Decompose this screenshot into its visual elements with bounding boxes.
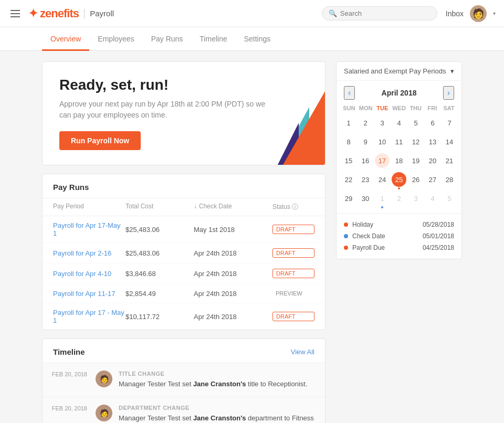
calendar-prev-button[interactable]: ‹ bbox=[344, 86, 355, 100]
calendar-cell[interactable]: 7 bbox=[442, 115, 457, 133]
calendar-cell[interactable]: 3 bbox=[408, 191, 424, 209]
calendar-cell[interactable]: 28 bbox=[442, 172, 457, 190]
calendar-cell[interactable]: 22 bbox=[341, 172, 356, 190]
calendar-day[interactable]: 1 bbox=[341, 115, 356, 130]
calendar-cell[interactable]: 11 bbox=[391, 134, 407, 152]
chevron-down-icon[interactable]: ▾ bbox=[493, 10, 496, 16]
calendar-day[interactable]: 10 bbox=[375, 134, 390, 149]
calendar-day[interactable]: 21 bbox=[442, 153, 457, 168]
hamburger-menu[interactable] bbox=[8, 8, 22, 19]
calendar-cell[interactable]: 8 bbox=[341, 134, 356, 152]
payroll-link[interactable]: Payroll for Apr 2-16 bbox=[53, 249, 125, 257]
calendar-cell[interactable]: 13 bbox=[425, 134, 440, 152]
calendar-cell[interactable]: 29 bbox=[341, 191, 356, 209]
calendar-day[interactable]: 20 bbox=[425, 153, 440, 168]
calendar-cell[interactable]: 5 bbox=[408, 115, 424, 133]
tab-pay-runs[interactable]: Pay Runs bbox=[143, 27, 192, 51]
calendar-day[interactable]: 29 bbox=[341, 191, 356, 206]
calendar-day[interactable]: 7 bbox=[442, 115, 457, 130]
calendar-cell[interactable]: 14 bbox=[442, 134, 457, 152]
calendar-cell[interactable]: 1 bbox=[341, 115, 356, 133]
calendar-day[interactable]: 4 bbox=[392, 115, 406, 130]
calendar-cell[interactable]: 21 bbox=[442, 153, 457, 171]
weekday-sun: SUN bbox=[341, 103, 358, 113]
calendar-cell[interactable]: 1 bbox=[374, 191, 390, 209]
calendar-cell[interactable]: 3 bbox=[374, 115, 390, 133]
calendar-day[interactable]: 9 bbox=[358, 134, 373, 149]
view-all-button[interactable]: View All bbox=[291, 348, 314, 356]
calendar-cell[interactable]: 9 bbox=[358, 134, 373, 152]
calendar-day[interactable]: 13 bbox=[425, 134, 440, 149]
calendar-day[interactable]: 2 bbox=[358, 115, 373, 130]
cost-value: $25,483.06 bbox=[125, 226, 194, 234]
calendar-day[interactable]: 24 bbox=[375, 172, 390, 187]
calendar-day[interactable]: 18 bbox=[392, 153, 406, 168]
calendar-cell[interactable]: 24 bbox=[374, 172, 390, 190]
calendar-day[interactable]: 3 bbox=[375, 115, 390, 130]
inbox-label[interactable]: Inbox bbox=[446, 9, 464, 18]
calendar-day[interactable]: 11 bbox=[392, 134, 406, 149]
payroll-link[interactable]: Payroll for Apr 17-May 1 bbox=[53, 221, 125, 237]
calendar-day-other-month[interactable]: 3 bbox=[408, 191, 423, 206]
calendar-next-button[interactable]: › bbox=[443, 86, 454, 100]
legend-label-check-date: Check Date bbox=[352, 232, 385, 240]
calendar-nav: ‹ April 2018 › bbox=[337, 81, 461, 103]
calendar-cell[interactable]: 26 bbox=[408, 172, 424, 190]
calendar-filter[interactable]: Salaried and Exempt Pay Periods ▾ bbox=[337, 62, 461, 81]
calendar-cell[interactable]: 17 bbox=[374, 153, 390, 171]
calendar-day-other-month[interactable]: 1 bbox=[375, 191, 390, 206]
tab-overview[interactable]: Overview bbox=[42, 27, 89, 51]
calendar-day[interactable]: 16 bbox=[358, 153, 373, 168]
calendar-cell[interactable]: 15 bbox=[341, 153, 356, 171]
calendar-day[interactable]: 28 bbox=[442, 172, 457, 187]
calendar-cell[interactable]: 10 bbox=[374, 134, 390, 152]
calendar-day[interactable]: 19 bbox=[408, 153, 423, 168]
calendar-day[interactable]: 30 bbox=[358, 191, 373, 206]
legend-dot-holiday bbox=[344, 223, 348, 227]
calendar-day[interactable]: 22 bbox=[341, 172, 356, 187]
calendar-day[interactable]: 6 bbox=[425, 115, 440, 130]
calendar-cell[interactable]: 4 bbox=[391, 115, 407, 133]
calendar-day-other-month[interactable]: 5 bbox=[442, 191, 457, 206]
calendar-day[interactable]: 12 bbox=[408, 134, 423, 149]
table-row: Payroll for Apr 17 - May 1 $10,117.72 Ap… bbox=[43, 303, 325, 330]
search-area: 🔍 bbox=[322, 6, 437, 20]
search-input[interactable] bbox=[340, 9, 430, 17]
calendar-cell[interactable]: 16 bbox=[358, 153, 373, 171]
weekday-tue: TUE bbox=[374, 103, 391, 113]
calendar-cell[interactable]: 6 bbox=[425, 115, 440, 133]
calendar-day[interactable]: 26 bbox=[408, 172, 423, 187]
tab-employees[interactable]: Employees bbox=[89, 27, 142, 51]
calendar-cell[interactable]: 19 bbox=[408, 153, 424, 171]
calendar-cell[interactable]: 5 bbox=[442, 191, 457, 209]
calendar-day-other-month[interactable]: 2 bbox=[392, 191, 406, 206]
pay-runs-card: Pay Runs Pay Period Total Cost ↓Check Da… bbox=[42, 174, 326, 330]
payroll-link[interactable]: Payroll for Apr 4-10 bbox=[53, 270, 125, 278]
calendar-cell[interactable]: 2 bbox=[391, 191, 407, 209]
calendar-cell[interactable]: 20 bbox=[425, 153, 440, 171]
calendar-cell[interactable]: 30 bbox=[358, 191, 373, 209]
calendar-day[interactable]: 8 bbox=[341, 134, 356, 149]
calendar-cell[interactable]: 2 bbox=[358, 115, 373, 133]
calendar-day-other-month[interactable]: 4 bbox=[425, 191, 440, 206]
calendar-cell[interactable]: 25 bbox=[391, 172, 407, 190]
search-box[interactable]: 🔍 bbox=[322, 6, 437, 20]
calendar-cell[interactable]: 12 bbox=[408, 134, 424, 152]
calendar-day[interactable]: 23 bbox=[358, 172, 373, 187]
tab-timeline[interactable]: Timeline bbox=[191, 27, 235, 51]
calendar-day-highlighted[interactable]: 17 bbox=[375, 153, 390, 168]
calendar-day[interactable]: 15 bbox=[341, 153, 356, 168]
calendar-day[interactable]: 14 bbox=[442, 134, 457, 149]
calendar-cell[interactable]: 23 bbox=[358, 172, 373, 190]
avatar[interactable]: 🧑 bbox=[470, 5, 487, 22]
calendar-day[interactable]: 27 bbox=[425, 172, 440, 187]
payroll-link[interactable]: Payroll for Apr 17 - May 1 bbox=[53, 309, 125, 324]
calendar-cell[interactable]: 18 bbox=[391, 153, 407, 171]
tab-settings[interactable]: Settings bbox=[236, 27, 279, 51]
payroll-link[interactable]: Payroll for Apr 11-17 bbox=[53, 290, 125, 298]
calendar-cell[interactable]: 27 bbox=[425, 172, 440, 190]
calendar-day-today[interactable]: 25 bbox=[392, 172, 406, 187]
run-payroll-button[interactable]: Run Payroll Now bbox=[59, 131, 141, 150]
calendar-cell[interactable]: 4 bbox=[425, 191, 440, 209]
calendar-day[interactable]: 5 bbox=[408, 115, 423, 130]
